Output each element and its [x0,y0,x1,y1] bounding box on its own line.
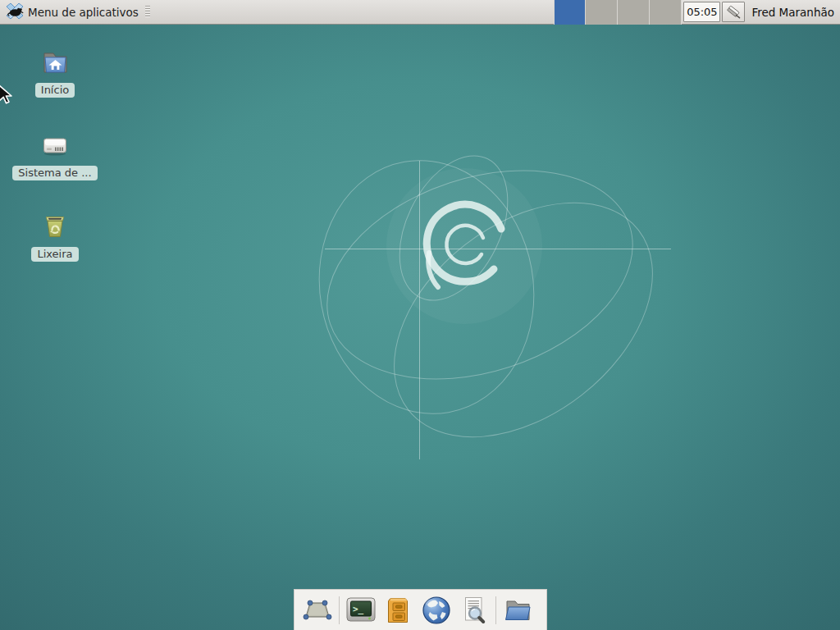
desktop-icon-label: Sistema de ... [12,166,97,180]
workspace-3[interactable] [618,0,650,25]
folder-icon [501,594,534,627]
logged-in-user[interactable]: Fred Maranhão [751,6,834,19]
dock-separator [495,596,496,624]
applications-menu-label: Menu de aplicativos [28,6,139,19]
home-folder-icon [39,46,71,79]
trash-icon [39,210,71,243]
globe-icon [420,594,453,627]
folder-button[interactable] [499,592,536,628]
top-panel: Menu de aplicativos 05:05 Fred Maranhão [0,0,840,25]
panel-handle[interactable] [145,6,150,18]
eraser-icon [725,4,742,21]
file-cabinet-button[interactable] [380,592,418,628]
desktop-icon-trash[interactable]: Lixeira [13,210,97,262]
workspace-switcher [554,0,682,25]
hard-drive-icon [39,129,71,162]
workspace-1[interactable] [554,0,586,25]
desktop-icon-label: Lixeira [31,247,78,262]
terminal-icon: >_ [345,594,377,627]
file-cabinet-icon [383,595,414,626]
clock[interactable]: 05:05 [683,2,720,22]
desktop-icon-home[interactable]: Início [13,46,97,98]
desktop-icon-filesystem[interactable]: Sistema de ... [13,129,97,180]
show-desktop-button[interactable] [299,592,336,628]
web-browser-button[interactable] [418,592,455,628]
show-desktop-icon [302,595,333,626]
terminal-prompt-glyph: >_ [353,604,364,614]
document-search-button[interactable] [455,592,493,628]
document-search-icon [458,594,491,627]
desktop-icon-label: Início [35,83,75,98]
dock-separator [339,596,340,624]
debian-swirl-wallpaper [0,0,840,630]
applications-menu-button[interactable]: Menu de aplicativos [0,0,142,24]
launcher-dock: >_ [294,589,547,630]
session-action-button[interactable] [722,2,745,22]
panel-right-group: 05:05 Fred Maranhão [554,0,840,24]
workspace-2[interactable] [586,0,618,25]
xfce-logo-icon [5,2,25,22]
workspace-4[interactable] [650,0,682,25]
terminal-button[interactable]: >_ [342,592,380,628]
